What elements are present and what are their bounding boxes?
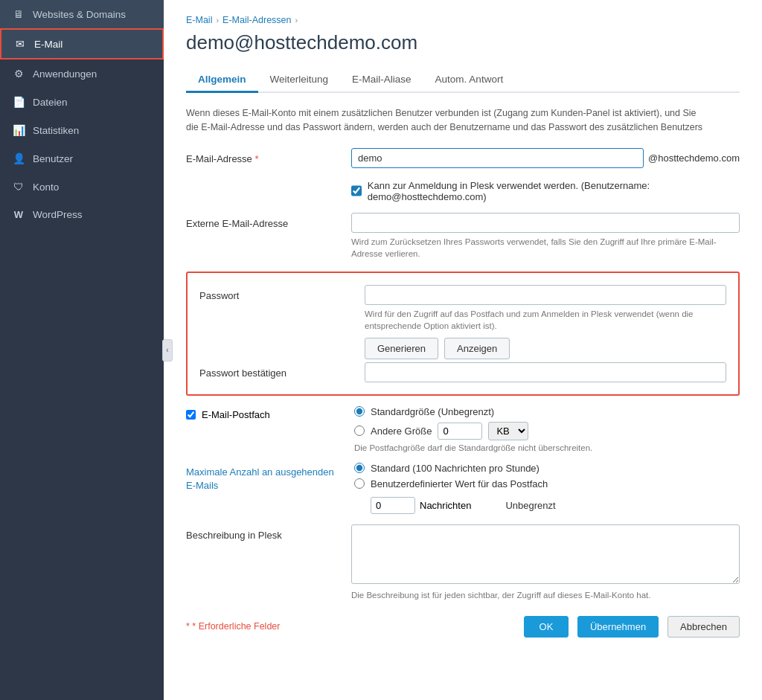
email-label: E-Mail-Adresse * [186,148,342,166]
password-section: Passwort Wird für den Zugriff auf das Po… [186,272,740,396]
other-size-input[interactable] [438,423,482,440]
custom-msg-input[interactable] [371,497,415,514]
nachrichten-label: Nachrichten [420,500,471,511]
breadcrumb: E-Mail › E-Mail-Adressen › [186,15,740,25]
other-size-unit-select[interactable]: KB MB GB [488,422,528,440]
email-suffix: @hosttechdemo.com [648,152,740,164]
description-textarea[interactable] [351,524,740,584]
files-icon: 📄 [12,96,25,108]
ok-button[interactable]: OK [524,616,569,638]
sidebar-item-applications[interactable]: ⚙ Anwendungen [0,60,164,88]
page-title: demo@hosttechdemo.com [186,31,740,54]
password-confirm-label: Passwort bestätigen [199,362,356,380]
sidebar-item-files[interactable]: 📄 Dateien [0,88,164,116]
sidebar-collapse-handle[interactable]: ‹ [162,339,173,362]
breadcrumb-email[interactable]: E-Mail [186,15,212,25]
required-note: * * Erforderliche Felder [186,621,280,632]
password-label: Passwort [199,285,356,303]
password-row: Passwort Wird für den Zugriff auf das Po… [199,285,726,359]
plesk-login-label: Kann zur Anmeldung in Plesk verwendet we… [368,180,740,202]
description-field: Die Beschreibung ist für jeden sichtbar,… [351,524,740,601]
websites-icon: 🖥 [12,8,25,20]
mailbox-checkbox-label: E-Mail-Postfach [202,409,270,420]
applications-icon: ⚙ [12,68,25,80]
other-size-radio[interactable] [354,426,365,436]
description-hint: Die Beschreibung ist für jeden sichtbar,… [351,589,740,601]
messages-section: Maximale Anzahl an ausgehenden E-Mails S… [186,463,740,514]
standard-size-row: Standardgröße (Unbegrenzt) [354,406,740,417]
description-label: Beschreibung in Plesk [186,524,342,542]
main-content: E-Mail › E-Mail-Adressen › demo@hosttech… [164,0,762,700]
tab-autoreply[interactable]: Autom. Antwort [423,68,516,93]
sidebar-item-account[interactable]: 🛡 Konto [0,173,164,201]
tab-general[interactable]: Allgemein [186,68,258,93]
tab-bar: Allgemein Weiterleitung E-Mail-Aliase Au… [186,68,740,93]
external-email-label: Externe E-Mail-Adresse [186,213,342,231]
sidebar-item-label: E-Mail [34,39,63,50]
mailbox-checkbox[interactable] [186,410,196,420]
sidebar-item-users[interactable]: 👤 Benutzer [0,144,164,173]
postfach-hint: Die Postfachgröße darf die Standardgröße… [354,443,740,452]
wordpress-icon: W [12,209,25,220]
external-email-hint: Wird zum Zurücksetzen Ihres Passworts ve… [351,236,740,260]
custom-msg-row: Benutzerdefinierter Wert für das Postfac… [354,478,740,489]
sidebar-item-wordpress[interactable]: W WordPress [0,201,164,228]
external-email-row: Externe E-Mail-Adresse Wird zum Zurückse… [186,213,740,260]
plesk-login-checkbox[interactable] [351,185,362,196]
tab-alias[interactable]: E-Mail-Aliase [340,68,423,93]
sidebar-item-email[interactable]: ✉ E-Mail [0,28,164,60]
form-footer: * * Erforderliche Felder OK Übernehmen A… [186,616,740,638]
sidebar-item-websites[interactable]: 🖥 Websites & Domains [0,0,164,28]
password-hint: Wird für den Zugriff auf das Postfach un… [365,308,726,332]
unlimited-label: Unbegrenzt [505,500,555,511]
cancel-button[interactable]: Abbrechen [667,616,740,638]
breadcrumb-addresses[interactable]: E-Mail-Adressen [222,15,291,25]
apply-button[interactable]: Übernehmen [577,616,659,638]
standard-msg-row: Standard (100 Nachrichten pro Stunde) [354,463,740,474]
show-button[interactable]: Anzeigen [444,338,510,359]
mailbox-size-options: Standardgröße (Unbegrenzt) Andere Größe … [354,406,740,440]
password-confirm-row: Passwort bestätigen [199,362,726,382]
sidebar: 🖥 Websites & Domains ✉ E-Mail ⚙ Anwendun… [0,0,164,700]
sidebar-item-label: Benutzer [33,153,73,164]
custom-value-row: Nachrichten Unbegrenzt [371,497,740,514]
external-email-field: Wird zum Zurücksetzen Ihres Passworts ve… [351,213,740,260]
messages-options: Standard (100 Nachrichten pro Stunde) Be… [354,463,740,514]
email-field-container: @hosttechdemo.com [351,148,740,168]
external-email-input[interactable] [351,213,740,233]
email-icon: ✉ [13,38,27,50]
sidebar-item-label: Anwendungen [33,68,97,80]
custom-msg-label: Benutzerdefinierter Wert für das Postfac… [371,478,548,489]
sidebar-item-label: WordPress [33,209,83,220]
standard-size-label: Standardgröße (Unbegrenzt) [371,406,494,417]
email-local-input[interactable] [351,148,644,168]
sidebar-item-label: Statistiken [33,125,79,136]
other-size-row: Andere Größe KB MB GB [354,422,740,440]
plesk-login-row: Kann zur Anmeldung in Plesk verwendet we… [351,180,740,202]
custom-msg-radio[interactable] [354,478,365,489]
sidebar-item-label: Konto [33,182,59,193]
standard-size-radio[interactable] [354,406,365,417]
password-buttons: Generieren Anzeigen [365,338,726,359]
sidebar-item-label: Websites & Domains [33,9,126,20]
max-outgoing-label: Maximale Anzahl an ausgehenden E-Mails [186,462,334,491]
standard-msg-label: Standard (100 Nachrichten pro Stunde) [371,463,540,474]
mailbox-section: E-Mail-Postfach Standardgröße (Unbegrenz… [186,406,740,452]
email-address-row: E-Mail-Adresse * @hosttechdemo.com [186,148,740,168]
sidebar-item-label: Dateien [33,97,68,108]
password-confirm-input[interactable] [365,362,726,382]
description-row: Beschreibung in Plesk Die Beschreibung i… [186,524,740,601]
password-input[interactable] [365,285,726,305]
users-icon: 👤 [12,152,25,164]
password-field: Wird für den Zugriff auf das Postfach un… [365,285,726,359]
other-size-label: Andere Größe [371,426,432,437]
account-icon: 🛡 [12,181,25,193]
statistics-icon: 📊 [12,124,25,136]
info-text: Wenn dieses E-Mail-Konto mit einem zusät… [186,106,707,135]
standard-msg-radio[interactable] [354,463,365,473]
sidebar-item-statistics[interactable]: 📊 Statistiken [0,116,164,144]
password-confirm-field [365,362,726,382]
tab-redirect[interactable]: Weiterleitung [258,68,341,93]
generate-button[interactable]: Generieren [365,338,438,359]
